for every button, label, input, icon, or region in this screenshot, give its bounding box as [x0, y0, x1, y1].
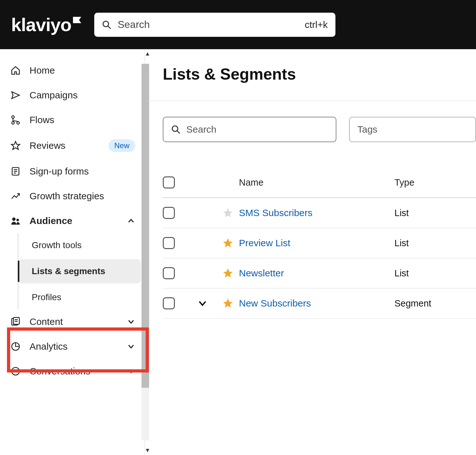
logo: klaviyo	[11, 14, 82, 35]
search-shortcut: ctrl+k	[305, 19, 328, 30]
lists-table: Name Type SMS Subscribers List Preview L…	[163, 168, 476, 319]
sidebar-item-label: Home	[30, 65, 135, 76]
svg-point-0	[103, 21, 109, 27]
sidebar-item-reviews[interactable]: Reviews New	[0, 132, 145, 159]
list-name-link[interactable]: Newsletter	[239, 268, 284, 278]
search-icon	[171, 125, 181, 134]
svg-point-3	[12, 122, 14, 124]
tags-filter[interactable]	[349, 117, 476, 142]
svg-point-18	[172, 126, 178, 132]
subnav-growth-tools[interactable]: Growth tools	[18, 233, 145, 257]
home-icon	[10, 65, 22, 76]
sidebar-item-analytics[interactable]: Analytics	[0, 334, 145, 359]
favorite-star[interactable]	[217, 237, 239, 249]
global-search[interactable]: ctrl+k	[94, 13, 335, 37]
sidebar-item-home[interactable]: Home	[0, 58, 145, 83]
select-all-checkbox[interactable]	[163, 176, 175, 188]
sidebar-item-label: Campaigns	[30, 90, 135, 101]
form-icon	[10, 166, 22, 176]
row-checkbox[interactable]	[163, 297, 175, 309]
content-icon	[10, 317, 22, 327]
svg-point-9	[12, 217, 16, 221]
table-row: Preview List List	[163, 228, 476, 258]
subnav-profiles[interactable]: Profiles	[18, 285, 145, 309]
sidebar-item-flows[interactable]: Flows	[0, 108, 145, 132]
svg-point-2	[12, 116, 14, 118]
sidebar-item-signup-forms[interactable]: Sign-up forms	[0, 159, 145, 184]
sidebar-item-label: Audience	[30, 215, 119, 226]
svg-line-1	[108, 26, 110, 29]
sidebar-item-label: Flows	[30, 115, 135, 125]
sidebar-item-growth-strategies[interactable]: Growth strategies	[0, 184, 145, 208]
star-icon	[10, 141, 22, 151]
audience-icon	[10, 216, 22, 226]
growth-icon	[10, 191, 22, 201]
logo-text: klaviyo	[11, 14, 71, 35]
sidebar-item-content[interactable]: Content	[0, 309, 145, 334]
audience-subnav: Growth tools Lists & segments Profiles	[18, 233, 145, 309]
svg-point-4	[17, 122, 19, 124]
flows-icon	[10, 115, 22, 125]
favorite-star[interactable]	[217, 267, 239, 279]
sidebar: ▲ ▼ Home Campaigns Flows	[0, 49, 145, 455]
row-checkbox[interactable]	[163, 237, 175, 249]
chevron-down-icon	[127, 318, 135, 326]
table-row: New Subscribers Segment	[163, 288, 476, 319]
expand-row-icon[interactable]	[188, 298, 217, 309]
sidebar-item-label: Analytics	[30, 341, 119, 352]
chevron-down-icon	[127, 342, 135, 351]
list-search-input[interactable]	[186, 124, 328, 135]
tags-filter-input[interactable]	[357, 124, 476, 135]
divider	[145, 101, 476, 101]
chevron-up-icon	[127, 217, 135, 225]
conversations-icon	[10, 366, 22, 376]
sidebar-item-label: Reviews	[30, 140, 101, 151]
campaigns-icon	[10, 90, 22, 100]
subnav-lists-segments[interactable]: Lists & segments	[18, 259, 141, 283]
chevron-down-icon	[127, 367, 135, 375]
list-type: List	[394, 268, 464, 279]
sidebar-item-label: Conversations	[30, 366, 119, 377]
row-checkbox[interactable]	[163, 207, 175, 219]
topbar: klaviyo ctrl+k	[0, 0, 476, 49]
sidebar-item-label: Growth strategies	[30, 191, 135, 201]
list-name-link[interactable]: New Subscribers	[239, 298, 311, 308]
list-type: Segment	[394, 298, 464, 309]
filter-bar	[163, 117, 476, 142]
list-search[interactable]	[163, 117, 336, 142]
favorite-star[interactable]	[217, 298, 239, 309]
svg-line-19	[177, 131, 180, 134]
sidebar-item-campaigns[interactable]: Campaigns	[0, 83, 145, 108]
analytics-icon	[10, 341, 22, 352]
list-type: List	[394, 208, 464, 218]
sidebar-item-conversations[interactable]: Conversations	[0, 359, 145, 384]
sidebar-item-audience[interactable]: Audience	[0, 208, 145, 233]
sidebar-item-label: Content	[30, 316, 119, 327]
table-header: Name Type	[163, 168, 476, 198]
table-row: SMS Subscribers List	[163, 198, 476, 228]
row-checkbox[interactable]	[163, 267, 175, 279]
column-name[interactable]: Name	[239, 177, 394, 188]
new-badge: New	[109, 139, 135, 152]
list-type: List	[394, 238, 464, 248]
search-icon	[102, 20, 111, 30]
svg-point-10	[17, 219, 19, 221]
global-search-input[interactable]	[118, 19, 298, 30]
table-row: Newsletter List	[163, 258, 476, 288]
list-name-link[interactable]: Preview List	[239, 238, 290, 248]
column-type[interactable]: Type	[394, 177, 464, 188]
list-name-link[interactable]: SMS Subscribers	[239, 208, 313, 218]
logo-flag-icon	[73, 16, 82, 23]
main-content: Lists & Segments Name Type	[145, 49, 476, 455]
sidebar-item-label: Sign-up forms	[30, 166, 135, 177]
page-title: Lists & Segments	[163, 65, 476, 83]
favorite-star[interactable]	[217, 207, 239, 219]
